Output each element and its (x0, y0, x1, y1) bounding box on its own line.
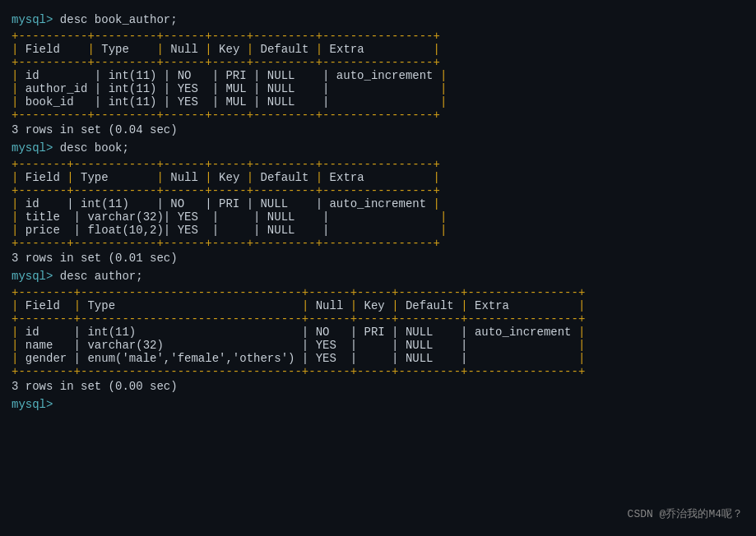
table-author: +--------+------------------------------… (12, 286, 744, 378)
table-book-author: +----------+---------+------+-----+-----… (12, 30, 744, 122)
command-book: desc book; (60, 141, 129, 155)
prompt-book: mysql> desc book; (12, 141, 744, 155)
block-author: mysql> desc author; +--------+----------… (12, 270, 744, 393)
summary-author: 3 rows in set (0.00 sec) (12, 380, 744, 393)
prompt-book-author: mysql> desc book_author; (12, 13, 744, 26)
prompt-author: mysql> desc author; (12, 270, 744, 283)
watermark: CSDN @乔治我的M4呢？ (628, 506, 743, 521)
final-prompt-text: mysql> (12, 398, 53, 411)
final-prompt[interactable]: mysql> (12, 398, 744, 411)
command-author: desc author; (60, 270, 143, 283)
table-book: +-------+------------+------+-----+-----… (12, 158, 744, 250)
block-book: mysql> desc book; +-------+------------+… (12, 141, 744, 265)
prompt-text: mysql> (12, 13, 53, 26)
summary-book-author: 3 rows in set (0.04 sec) (12, 123, 744, 136)
terminal: mysql> desc book_author; +----------+---… (12, 13, 744, 411)
prompt-text-3: mysql> (12, 270, 53, 283)
prompt-text-2: mysql> (12, 141, 53, 155)
command-book-author: desc book_author; (60, 13, 178, 26)
summary-book: 3 rows in set (0.01 sec) (12, 252, 744, 265)
block-book-author: mysql> desc book_author; +----------+---… (12, 13, 744, 136)
